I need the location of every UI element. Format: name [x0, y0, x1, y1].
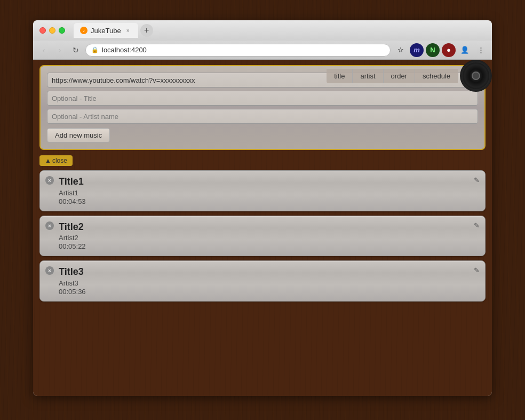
artist-input[interactable]	[47, 109, 478, 124]
tab-title: JukeTube	[91, 27, 121, 35]
more-options-button[interactable]: ⋮	[474, 43, 488, 57]
close-panel-icon: ▲	[45, 157, 51, 164]
address-bar[interactable]: 🔒 localhost:4200	[85, 44, 391, 57]
new-tab-button[interactable]: +	[140, 24, 153, 37]
music-artist-1: Artist1	[59, 189, 469, 197]
close-panel-button[interactable]: ▲ close	[39, 155, 73, 166]
rec-extension-icon[interactable]: ●	[442, 43, 456, 57]
m-extension-icon[interactable]: m	[410, 43, 424, 57]
tab-favicon-icon: ♪	[80, 27, 88, 34]
music-title-3: Title3	[59, 266, 469, 278]
music-duration-1: 00:04:53	[59, 197, 469, 205]
delete-item-1-button[interactable]: ×	[45, 176, 54, 185]
address-text: localhost:4200	[102, 46, 147, 54]
toolbar-icons: ☆ m N ● 👤 ⋮	[394, 43, 488, 57]
minimize-window-button[interactable]	[49, 27, 55, 34]
traffic-lights	[39, 27, 65, 34]
vinyl-record-icon	[460, 60, 492, 92]
music-item: × ✎ Title2 Artist2 00:05:22	[39, 216, 486, 257]
reload-button[interactable]: ↻	[69, 44, 82, 57]
sort-tab-artist[interactable]: artist	[353, 69, 383, 83]
music-item: × ✎ Title1 Artist1 00:04:53	[39, 170, 486, 211]
sort-tab-order[interactable]: order	[384, 69, 415, 83]
close-panel-label: close	[52, 157, 67, 164]
browser-toolbar: ‹ › ↻ 🔒 localhost:4200 ☆ m N ● 👤 ⋮	[33, 41, 492, 60]
sort-tabs: title artist order schedule	[327, 69, 458, 83]
edit-item-1-button[interactable]: ✎	[474, 176, 480, 184]
add-music-button[interactable]: Add new music	[47, 128, 110, 142]
close-window-button[interactable]	[39, 27, 46, 34]
tab-bar: ♪ JukeTube × +	[74, 23, 486, 38]
music-list: × ✎ Title1 Artist1 00:04:53 × ✎ Title2 A…	[33, 170, 492, 302]
music-duration-2: 00:05:22	[59, 242, 469, 250]
tab-close-button[interactable]: ×	[124, 27, 132, 34]
sort-tab-title[interactable]: title	[327, 69, 353, 83]
music-artist-2: Artist2	[59, 234, 469, 242]
browser-titlebar: ♪ JukeTube × +	[33, 20, 492, 41]
lock-icon: 🔒	[91, 46, 99, 53]
music-title-2: Title2	[59, 221, 469, 233]
bookmark-icon[interactable]: ☆	[394, 43, 408, 57]
edit-item-2-button[interactable]: ✎	[474, 221, 480, 229]
app-header: title artist order schedule	[327, 60, 492, 92]
forward-button[interactable]: ›	[53, 44, 66, 57]
browser-window: ♪ JukeTube × + ‹ › ↻ 🔒 localhost:4200 ☆ …	[33, 20, 492, 396]
back-button[interactable]: ‹	[37, 44, 50, 57]
music-artist-3: Artist3	[59, 279, 469, 287]
sort-tab-schedule[interactable]: schedule	[415, 69, 458, 83]
maximize-window-button[interactable]	[59, 27, 65, 34]
edit-item-3-button[interactable]: ✎	[474, 266, 480, 274]
music-item: × ✎ Title3 Artist3 00:05:36	[39, 260, 486, 302]
delete-item-2-button[interactable]: ×	[45, 221, 54, 230]
active-tab[interactable]: ♪ JukeTube ×	[74, 23, 138, 38]
music-duration-3: 00:05:36	[59, 288, 469, 296]
music-title-1: Title1	[59, 176, 469, 188]
title-input[interactable]	[47, 91, 478, 106]
profile-button[interactable]: 👤	[458, 43, 472, 57]
n-extension-icon[interactable]: N	[426, 43, 440, 57]
delete-item-3-button[interactable]: ×	[45, 266, 54, 275]
app-content: title artist order schedule Add new musi…	[33, 60, 492, 396]
